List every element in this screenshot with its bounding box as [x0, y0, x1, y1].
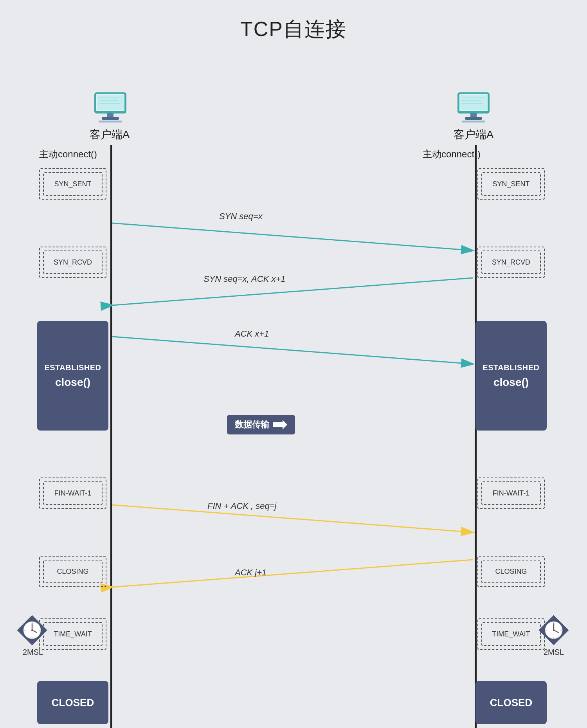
right-computer-icon	[454, 92, 493, 123]
left-closed-box: CLOSED	[37, 681, 108, 724]
page-container: TCP自连接	[0, 0, 587, 728]
svg-rect-15	[107, 113, 113, 117]
svg-rect-1	[475, 145, 477, 728]
page-title: TCP自连接	[0, 0, 587, 55]
right-msl-label: 2MSL	[538, 648, 569, 657]
fin-ack-label: FIN + ACK , seq=j	[207, 501, 276, 511]
data-arrow-icon	[273, 419, 287, 430]
svg-rect-17	[99, 121, 122, 123]
left-syn-rcvd-inner	[43, 250, 103, 274]
left-established-box: ESTABLISHED close()	[37, 321, 108, 431]
right-time-wait-inner	[481, 622, 541, 646]
right-fin-wait-inner	[481, 481, 541, 505]
left-time-wait-inner	[43, 622, 103, 646]
svg-rect-25	[465, 117, 482, 120]
left-syn-sent-inner	[43, 172, 103, 196]
right-syn-sent-inner	[481, 172, 541, 196]
syn-ack-label: SYN seq=x, ACK x+1	[203, 274, 286, 284]
right-syn-rcvd-inner	[481, 250, 541, 274]
svg-rect-0	[110, 145, 112, 728]
right-closed-box: CLOSED	[475, 681, 547, 724]
svg-marker-30	[273, 420, 287, 429]
left-computer-icon	[91, 92, 130, 123]
svg-rect-14	[97, 95, 124, 110]
right-established-box: ESTABLISHED close()	[475, 321, 547, 431]
svg-line-7	[112, 223, 473, 250]
svg-line-9	[112, 337, 473, 364]
diagram: 客户端A 客户端A 主动connect() 主动connect() SYN_SE…	[0, 55, 587, 728]
svg-line-11	[112, 560, 473, 587]
svg-line-10	[112, 505, 473, 532]
left-connect-label: 主动connect()	[39, 148, 97, 160]
right-clock-diamond	[538, 614, 569, 647]
svg-line-8	[112, 278, 473, 305]
svg-rect-26	[462, 121, 485, 123]
right-client-label: 客户端A	[442, 127, 505, 142]
left-msl-label: 2MSL	[17, 648, 49, 657]
svg-rect-16	[102, 117, 119, 120]
right-connect-label: 主动connect()	[423, 148, 481, 160]
ack-label: ACK x+1	[235, 329, 269, 339]
ack-j-label: ACK j+1	[235, 568, 266, 578]
left-fin-wait-inner	[43, 481, 103, 505]
right-closing-inner	[481, 560, 541, 583]
svg-rect-23	[460, 95, 487, 110]
data-transfer-box: 数据传输	[227, 415, 295, 434]
syn-label: SYN seq=x	[219, 211, 263, 222]
left-clock-diamond	[16, 614, 48, 647]
left-closing-inner	[43, 560, 103, 583]
svg-rect-24	[470, 113, 477, 117]
left-client-label: 客户端A	[78, 127, 141, 142]
